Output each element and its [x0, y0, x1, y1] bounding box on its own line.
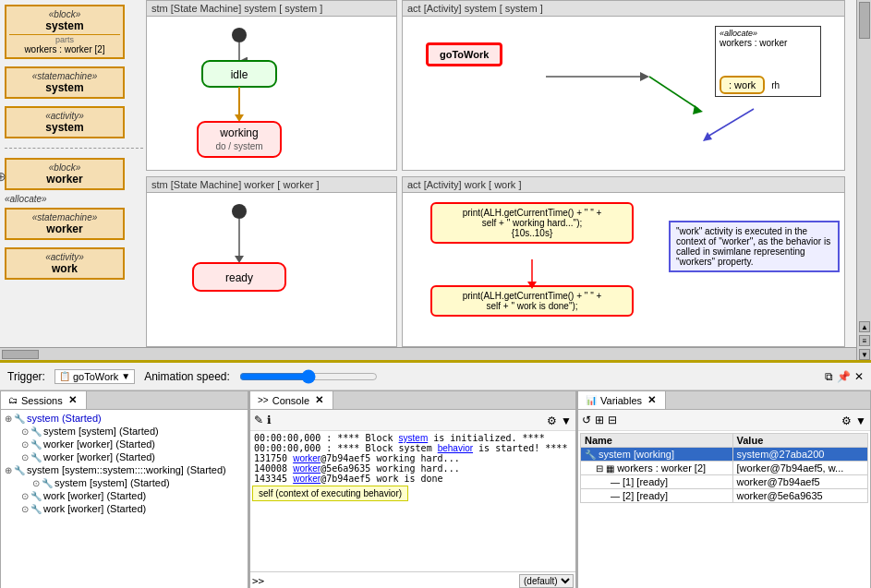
separator	[5, 148, 143, 149]
var-gear-icon[interactable]: ⚙	[841, 414, 852, 427]
var-row-2[interactable]: — [1] [ready] worker@7b94aef5	[581, 475, 868, 489]
sessions-tab-bar: 🗂 Sessions ✕	[1, 391, 248, 410]
session-item-4[interactable]: ⊕ 🔧 system [system::system::::working] (…	[3, 463, 246, 476]
var-row-3[interactable]: — [2] [ready] worker@5e6a9635	[581, 489, 868, 503]
col-name: Name	[581, 434, 733, 448]
worker-start-dot	[232, 204, 247, 219]
scroll-grip[interactable]: ≡	[859, 335, 870, 346]
scrollbar-thumb[interactable]	[859, 2, 870, 39]
console-line-1: 00:00:00,000 : **** Block system behavio…	[252, 443, 574, 453]
sm-worker-stereotype: «statemachine»	[9, 212, 120, 222]
trigger-dropdown[interactable]: 📋 goToWork ▼	[54, 369, 135, 384]
green-arrow	[649, 77, 698, 109]
action-arrow-head	[527, 282, 537, 289]
block-system-box: «block» system parts workers : worker [2…	[5, 5, 125, 59]
worker-arrow-head	[235, 256, 244, 263]
console-prompt: >>	[252, 575, 264, 587]
bottom-panel: Trigger: 📋 goToWork ▼ Animation speed: ⧉…	[0, 360, 871, 588]
close-bottom-icon[interactable]: ✕	[854, 370, 864, 383]
behavior-link[interactable]: behavior	[438, 443, 473, 453]
console-info-icon[interactable]: ℹ	[267, 414, 272, 426]
console-pencil-icon[interactable]: ✎	[254, 414, 263, 426]
session-item-5[interactable]: ⊙ 🔧 system [system] (Started)	[3, 476, 246, 489]
h-scrollbar-thumb[interactable]	[2, 350, 39, 359]
worker-link-1[interactable]: worker	[293, 463, 321, 474]
worker-link-2[interactable]: worker	[293, 474, 321, 484]
worker-link-0[interactable]: worker	[293, 453, 321, 463]
panel-controls: ⧉ 📌 ✕	[825, 370, 864, 383]
session-item-0[interactable]: ⊕ 🔧 system (Started)	[3, 412, 246, 425]
session-label-1: system [system] (Started)	[43, 426, 159, 437]
session-item-2[interactable]: ⊙ 🔧 worker [worker] (Started)	[3, 438, 246, 450]
session-label-2: worker [worker] (Started)	[43, 438, 155, 450]
speed-label: Animation speed:	[144, 370, 230, 383]
pin-icon[interactable]: 📌	[837, 370, 851, 383]
session-item-6[interactable]: ⊙ 🔧 work [worker] (Started)	[3, 489, 246, 502]
console-gear-icon[interactable]: ⚙	[547, 414, 557, 427]
session-item-3[interactable]: ⊙ 🔧 worker [worker] (Started)	[3, 450, 246, 463]
vertical-scrollbar[interactable]: ▲ ≡ ▼	[856, 0, 871, 360]
console-input-row: >> (default)	[250, 571, 575, 588]
session-item-7[interactable]: ⊙ 🔧 work [worker] (Started)	[3, 502, 246, 515]
scroll-down-btn[interactable]: ▼	[859, 349, 870, 360]
act-sys-stereotype: «activity»	[9, 111, 120, 121]
var-row-1[interactable]: ⊟ ▦ workers : worker [2] [worker@7b94aef…	[581, 462, 868, 475]
variables-tab-bar: 📊 Variables ✕	[578, 391, 870, 410]
blue-arrow	[708, 109, 754, 137]
restore-icon[interactable]: ⧉	[825, 370, 833, 383]
worker-stereotype: «block»	[9, 162, 120, 173]
console-lines: 00:00:00,000 : **** Block system is init…	[250, 431, 575, 571]
session-label-6: work [worker] (Started)	[43, 490, 146, 501]
scroll-up-btn[interactable]: ▲	[859, 321, 870, 332]
session-item-1[interactable]: ⊙ 🔧 system [system] (Started)	[3, 425, 246, 438]
system-link[interactable]: system	[399, 433, 429, 443]
sessions-tab[interactable]: 🗂 Sessions ✕	[1, 391, 87, 409]
console-select[interactable]: (default)	[519, 574, 574, 588]
parts-label: parts	[9, 34, 120, 44]
bottom-panels-container: 🗂 Sessions ✕ ⊕ 🔧 system (Started) ⊙ 🔧 sy…	[0, 390, 871, 588]
work-node-act: : work	[720, 76, 765, 94]
var-icon-2[interactable]: ⊞	[595, 414, 604, 426]
variables-content: Name Value 🔧 system [working] system@27a…	[578, 431, 870, 588]
act-work-diagram: act [Activity] work [ work ] print(ALH.g…	[402, 176, 845, 347]
var-dropdown-icon[interactable]: ▼	[855, 414, 866, 427]
statemachine-worker-box: «statemachine» worker	[5, 208, 125, 240]
session-label-5: system [system] (Started)	[54, 477, 170, 488]
stm-system-svg: idle working do / system	[147, 17, 398, 167]
ready-label: ready	[225, 271, 253, 284]
sessions-close[interactable]: ✕	[67, 394, 79, 406]
allocate-box: «allocate» workers : worker : work rh	[715, 26, 821, 97]
allocate-label: «allocate»	[5, 194, 143, 204]
variables-close[interactable]: ✕	[646, 394, 658, 406]
console-tab[interactable]: >> Console ✕	[250, 391, 333, 409]
sm-worker-name: worker	[9, 222, 120, 235]
start-dot	[232, 28, 247, 42]
arrow-head-down	[235, 114, 244, 122]
variables-toolbar: ↺ ⊞ ⊟ ⚙ ▼	[578, 410, 870, 431]
var-name-2: — [1] [ready]	[581, 475, 733, 489]
console-dropdown-icon[interactable]: ▼	[561, 414, 572, 427]
worker-name: worker	[9, 173, 120, 186]
var-row-0[interactable]: 🔧 system [working] system@27aba200	[581, 448, 868, 462]
act-sys-name: system	[9, 121, 120, 134]
rh-label: rh	[771, 80, 780, 90]
console-toolbar: ✎ ℹ ⚙ ▼	[250, 410, 575, 431]
speed-slider[interactable]	[239, 369, 378, 384]
col-value: Value	[732, 434, 867, 448]
tooltip-box: "work" activity is executed in the conte…	[669, 221, 840, 272]
trigger-value: goToWork	[73, 371, 118, 382]
act-system-diagram: act [Activity] system [ system ] goToWor…	[402, 0, 845, 171]
console-close[interactable]: ✕	[313, 394, 325, 406]
horizontal-scrollbar[interactable]	[0, 347, 856, 360]
variables-tab[interactable]: 📊 Variables ✕	[578, 391, 666, 409]
var-icon-3[interactable]: ⊟	[608, 414, 617, 426]
system-stereotype: «block»	[9, 9, 120, 19]
console-input-field[interactable]	[264, 575, 519, 587]
console-tooltip: self (context of executing behavior)	[252, 486, 408, 501]
idle-label: idle	[231, 68, 248, 81]
stm-system-header: stm [State Machine] system [ system ]	[147, 1, 396, 17]
var-icon-1[interactable]: ↺	[582, 414, 591, 426]
console-tab-bar: >> Console ✕	[250, 391, 575, 410]
sm-sys-stereotype: «statemachine»	[9, 71, 120, 81]
console-line-2: 131750 worker@7b94aef5 working hard...	[252, 453, 574, 463]
